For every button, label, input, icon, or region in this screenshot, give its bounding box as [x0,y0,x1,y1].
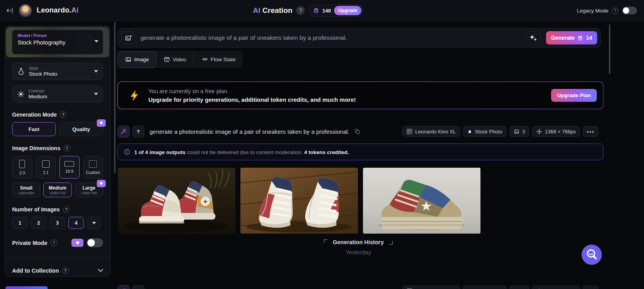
sidebar-scrollbar[interactable] [114,22,116,173]
main-scrollbar[interactable] [609,24,610,74]
ratio-16-9-button[interactable]: 16:9 [59,156,80,179]
style-select[interactable]: Style Stock Photo [12,63,103,80]
magnifier-smile-icon [584,247,600,262]
support-chat-button[interactable] [582,245,602,265]
generation-settings-sidebar: Model / Preset Stock Photography Style S… [5,26,110,277]
tab-flow-state[interactable]: Flow State [194,51,243,68]
infinity-icon [201,56,208,63]
help-icon[interactable]: ? [62,267,69,274]
generated-image-2[interactable] [240,168,358,234]
generation-history-label: Generation History [333,239,384,245]
model-preset-label: Model / Preset [18,33,66,38]
magic-wand-icon[interactable] [117,285,130,289]
custom-ratio-icon [89,160,97,168]
dimensions-badge[interactable]: 1368 × 768px [532,285,580,289]
svg-text:★: ★ [420,199,432,213]
help-icon[interactable]: ? [64,145,70,151]
wide-ratio-icon [64,161,74,167]
ratio-1-1-button[interactable]: 1:1 [36,156,56,179]
tab-image[interactable]: Image [117,51,157,68]
generation-header-row: generate a photorealistic image of a pai… [117,125,598,138]
chevron-down-icon [98,269,103,272]
history-row-partial: Leonardo Kino XL Stock Photo 3 1368 × 76… [117,284,598,289]
coins-icon [577,35,583,41]
banner-line2: Upgrade for priority generations, additi… [148,96,356,103]
free-plan-banner: You are currently on a free plan. Upgrad… [117,82,603,109]
size-medium-button[interactable]: Medium 1280×720 [43,183,71,197]
size-small-button[interactable]: Small 1184×664 [12,183,40,197]
magic-wand-icon[interactable] [117,126,130,138]
generate-button[interactable]: Generate 14 [546,31,597,44]
generation-history-footer: Generation History Yesterday [118,238,599,255]
token-count: 140 [322,8,331,14]
divider [5,257,110,258]
copy-icon[interactable] [354,128,361,135]
style-badge[interactable]: Stock Photo [463,126,507,137]
count-dropdown-button[interactable] [87,217,101,229]
add-to-collection-label: Add to Collection [12,268,59,274]
tab-video[interactable]: Video [157,51,194,68]
help-icon[interactable]: ? [50,239,57,246]
contrast-select[interactable]: Contrast Medium [12,85,103,103]
ratio-2-3-button[interactable]: 2:3 [12,156,32,179]
token-balance[interactable]: 140 Upgrade [308,4,363,17]
prompt-input[interactable]: generate a photorealistic image of a pai… [141,34,526,41]
model-thumbnail [407,129,413,135]
leonardo-logo[interactable] [19,4,32,17]
count-1-button[interactable]: 1 [12,217,28,229]
count-4-button[interactable]: 4 [68,217,84,229]
image-count-badge[interactable]: 3 [509,126,529,137]
reuse-prompt-arrow-icon[interactable] [132,285,144,289]
banner-line1: You are currently on a free plan. [148,88,356,94]
add-image-icon[interactable] [121,31,135,44]
image-dimensions-heading: Image Dimensions ? [12,145,103,151]
style-badge[interactable]: Stock Photo [463,285,507,289]
collapse-sidebar-icon[interactable] [5,6,14,15]
upgrade-button[interactable]: Upgrade [334,6,362,15]
notice-bold: 1 of 4 image outputs [134,149,185,155]
private-mode-toggle[interactable] [87,238,103,247]
bracket-right-icon [389,241,393,245]
prompt-bar[interactable]: generate a photorealistic image of a pai… [117,28,601,48]
legacy-mode-label: Legacy Mode [577,8,608,14]
chevron-down-icon [94,70,98,73]
private-mode-label: Private Mode [12,240,47,246]
model-badge[interactable]: Leonardo Kino XL [402,126,460,137]
image-icon [514,129,519,135]
help-icon[interactable]: ? [296,6,305,15]
svg-text:★: ★ [203,199,208,204]
bracket-left-icon [324,239,327,243]
generated-image-3[interactable]: ★ [363,168,480,234]
prompt-enhance-sparkles-icon[interactable] [526,31,541,44]
sun-icon [17,90,25,98]
upgrade-plan-button[interactable]: Upgrade Plan [551,89,597,102]
style-value: Stock Photo [29,71,57,77]
more-options-button[interactable]: ••• [583,285,598,289]
help-icon[interactable]: ? [63,206,69,213]
model-badge[interactable]: Leonardo Kino XL [402,285,460,289]
count-3-button[interactable]: 3 [50,217,65,229]
legacy-mode-help-icon[interactable]: ? [612,7,619,14]
notice-text: could not be delivered due to content mo… [185,149,304,155]
count-2-button[interactable]: 2 [31,217,46,229]
chevron-down-icon [94,93,98,95]
legacy-mode-toggle[interactable] [622,7,637,14]
help-icon[interactable]: ? [60,111,66,118]
upgrade-card-edge [5,286,48,289]
reuse-prompt-arrow-icon[interactable] [132,126,144,138]
generated-image-1[interactable]: ★ [118,168,235,234]
ratio-custom-button[interactable]: Custom [83,156,103,179]
size-large-button[interactable]: Large 1368×768 [75,183,103,197]
add-to-collection-section[interactable]: Add to Collection ? [12,267,103,274]
generate-cost: 14 [586,35,592,41]
model-preset-value: Stock Photography [18,39,66,46]
image-count-badge[interactable]: 3 [509,285,529,289]
mode-quality-button[interactable]: Quality [59,122,103,136]
contrast-value: Medium [28,94,47,99]
model-preset-select[interactable]: Model / Preset Stock Photography [12,30,103,54]
mode-fast-button[interactable]: Fast [12,122,56,136]
dimensions-badge[interactable]: 1368 × 768px [532,126,580,137]
day-label: Yesterday [118,249,599,255]
more-options-button[interactable]: ••• [583,126,598,137]
notice-bold: 4 tokens credited. [304,149,349,155]
